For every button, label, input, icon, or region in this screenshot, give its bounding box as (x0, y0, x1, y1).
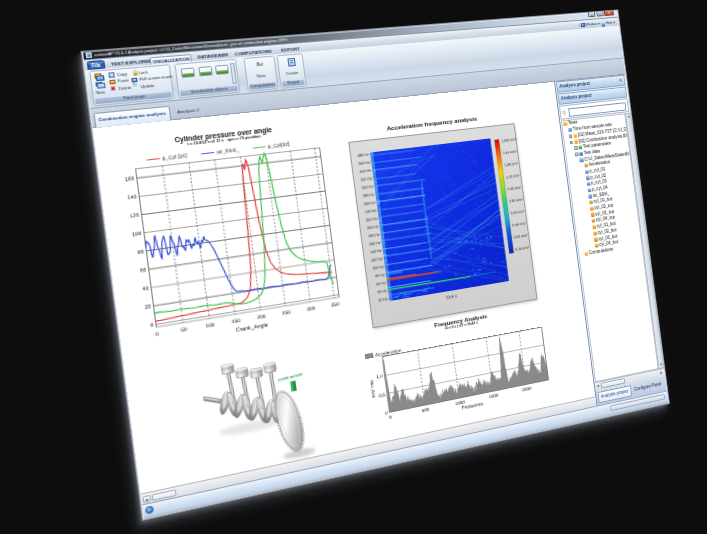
svg-text:100: 100 (205, 322, 215, 329)
svg-text:180 Hz: 180 Hz (368, 233, 380, 239)
svg-text:100: 100 (132, 231, 142, 238)
svg-text:40: 40 (142, 286, 149, 292)
svg-text:340 Hz: 340 Hz (359, 168, 371, 174)
svg-text:0,16 m/s²: 0,16 m/s² (515, 245, 530, 251)
svg-text:0,48 m/s²: 0,48 m/s² (512, 221, 527, 227)
svg-text:220 Hz: 220 Hz (366, 216, 378, 222)
svg-text:0,64 m/s²: 0,64 m/s² (510, 209, 525, 215)
svg-text:140 Hz: 140 Hz (370, 249, 382, 255)
svg-text:1,44 m/s²: 1,44 m/s² (503, 149, 518, 155)
svg-text:Crank_Angle: Crank_Angle (236, 322, 269, 333)
svg-text:0,5: 0,5 (378, 392, 385, 398)
svg-text:200: 200 (257, 314, 266, 321)
svg-text:120: 120 (129, 212, 139, 219)
svg-text:50: 50 (180, 327, 187, 334)
svg-text:1500: 1500 (488, 393, 498, 400)
svg-text:0: 0 (155, 331, 159, 337)
svg-text:19,4 s: 19,4 s (446, 293, 458, 300)
svg-text:100 Hz: 100 Hz (372, 265, 384, 271)
svg-text:320 Hz: 320 Hz (361, 176, 373, 182)
svg-text:80: 80 (137, 249, 144, 255)
svg-text:350: 350 (331, 301, 340, 308)
svg-text:0: 0 (384, 411, 387, 417)
svg-text:1,600 m/s²: 1,600 m/s² (501, 137, 518, 143)
svg-text:p_Cyl[02]: p_Cyl[02] (268, 142, 291, 150)
svg-text:1,0: 1,0 (376, 373, 383, 379)
svg-text:250: 250 (282, 310, 291, 317)
svg-text:Acceleration: Acceleration (374, 348, 401, 358)
svg-text:150: 150 (231, 318, 241, 325)
svg-text:200 Hz: 200 Hz (367, 224, 379, 230)
svg-text:1,12 m/s²: 1,12 m/s² (506, 173, 521, 179)
svg-text:120 Hz: 120 Hz (371, 257, 383, 263)
svg-text:2000: 2000 (521, 386, 531, 393)
svg-text:60: 60 (140, 267, 147, 273)
svg-text:280 Hz: 280 Hz (363, 192, 375, 198)
svg-text:p_Cyl [31]: p_Cyl [31] (162, 153, 188, 161)
svg-text:80 Hz: 80 Hz (375, 273, 385, 279)
svg-text:m/s² rms: m/s² rms (368, 380, 376, 399)
svg-text:260 Hz: 260 Hz (364, 200, 376, 206)
svg-text:20: 20 (144, 304, 151, 311)
svg-text:1,28 m/s²: 1,28 m/s² (504, 161, 519, 167)
svg-text:0,80 m/s²: 0,80 m/s² (509, 197, 524, 203)
svg-text:360 Hz: 360 Hz (358, 160, 370, 166)
svg-text:500: 500 (421, 407, 429, 414)
svg-text:160 Hz: 160 Hz (369, 241, 381, 247)
svg-text:0,96 m/s²: 0,96 m/s² (507, 185, 522, 191)
svg-text:40 Hz: 40 Hz (377, 289, 387, 295)
svg-text:crank sensor: crank sensor (278, 372, 304, 383)
svg-text:300: 300 (306, 305, 315, 312)
svg-text:300 Hz: 300 Hz (362, 184, 374, 190)
svg-text:380 Hz: 380 Hz (357, 152, 369, 158)
svg-text:str_E04/_: str_E04/_ (216, 147, 240, 155)
svg-text:240 Hz: 240 Hz (365, 208, 377, 214)
svg-text:20 Hz: 20 Hz (378, 297, 388, 303)
svg-text:0,32 m/s²: 0,32 m/s² (514, 233, 529, 239)
svg-text:60 Hz: 60 Hz (376, 281, 386, 287)
svg-text:0: 0 (150, 322, 154, 328)
svg-text:0: 0 (388, 415, 391, 421)
svg-text:160: 160 (125, 176, 135, 183)
svg-text:140: 140 (127, 194, 137, 201)
